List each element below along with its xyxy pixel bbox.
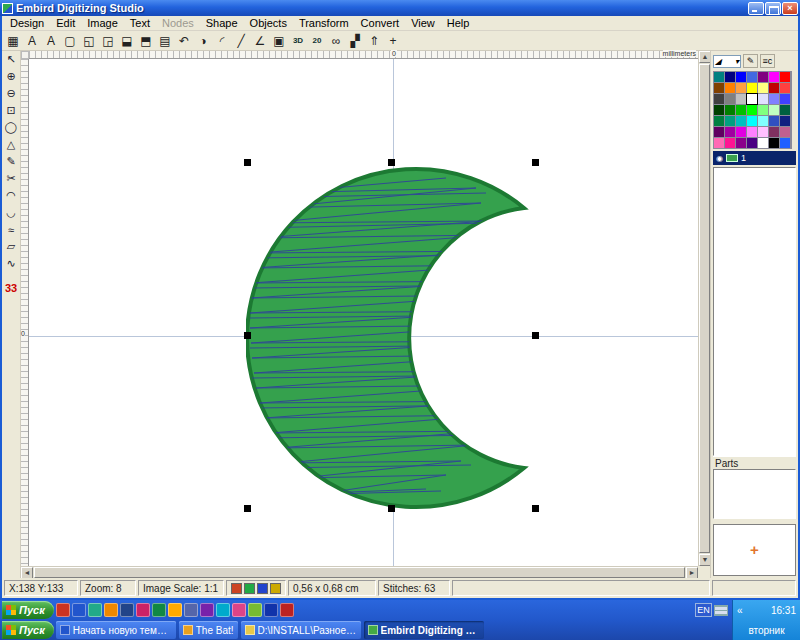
quick-launch-icon[interactable] — [184, 603, 198, 617]
palette-color[interactable] — [769, 127, 779, 137]
knife-tool[interactable]: ✂ — [3, 170, 20, 187]
keyboard-icon[interactable] — [714, 605, 728, 616]
palette-color[interactable] — [780, 116, 790, 126]
menu-item[interactable]: Convert — [355, 17, 406, 29]
menu-item[interactable]: Help — [441, 17, 476, 29]
palette-color[interactable] — [769, 94, 779, 104]
quick-launch-icon[interactable] — [56, 603, 70, 617]
selection-handle-n[interactable] — [388, 159, 395, 166]
palette-color[interactable] — [769, 116, 779, 126]
quick-launch-icon[interactable] — [72, 603, 86, 617]
view-3d-button[interactable]: 3D — [289, 32, 307, 49]
select-tool[interactable]: ↖ — [3, 51, 20, 68]
palette-color[interactable] — [714, 94, 724, 104]
palette-color[interactable] — [736, 105, 746, 115]
status-icon[interactable] — [257, 583, 268, 594]
center-cross-icon[interactable]: + — [384, 32, 402, 49]
task-button[interactable]: Embird Digitizing Stud... — [364, 621, 484, 639]
palette-color[interactable] — [747, 72, 757, 82]
quick-launch-icon[interactable] — [216, 603, 230, 617]
palette-color[interactable] — [780, 138, 790, 148]
curve-tool[interactable]: ∿ — [3, 255, 20, 272]
open-folder-icon[interactable]: ◱ — [80, 32, 98, 49]
design-canvas[interactable] — [29, 59, 698, 566]
palette-color[interactable] — [769, 72, 779, 82]
thread-pen-button[interactable]: ✎ — [743, 54, 758, 68]
clock-time[interactable]: 16:31 — [746, 605, 796, 616]
palette-color[interactable] — [758, 83, 768, 93]
palette-color[interactable] — [747, 94, 757, 104]
palette-color[interactable] — [758, 94, 768, 104]
arc-up-tool[interactable]: ◠ — [3, 187, 20, 204]
minimize-button[interactable] — [748, 2, 764, 15]
parts-list[interactable] — [713, 469, 796, 519]
palette-color[interactable] — [747, 83, 757, 93]
palette-color[interactable] — [736, 83, 746, 93]
palette-color[interactable] — [725, 94, 735, 104]
menu-item[interactable]: Text — [124, 17, 156, 29]
palette-color[interactable] — [714, 72, 724, 82]
menu-item[interactable]: Design — [4, 17, 50, 29]
quick-launch-icon[interactable] — [104, 603, 118, 617]
palette-color[interactable] — [736, 127, 746, 137]
status-icon[interactable] — [270, 583, 281, 594]
palette-color[interactable] — [736, 72, 746, 82]
grid-icon[interactable]: ▦ — [4, 32, 22, 49]
arc-down-tool[interactable]: ◡ — [3, 204, 20, 221]
palette-color[interactable] — [714, 83, 724, 93]
quick-launch-icon[interactable] — [264, 603, 278, 617]
node-edit-icon[interactable]: ▣ — [270, 32, 288, 49]
start-button[interactable]: Пуск — [2, 601, 54, 619]
selection-handle-ne[interactable] — [532, 159, 539, 166]
vertical-scrollbar[interactable]: ▲ ▼ — [698, 51, 710, 566]
menu-item[interactable]: View — [405, 17, 441, 29]
palette-color[interactable] — [747, 105, 757, 115]
selection-handle-se[interactable] — [532, 505, 539, 512]
palette-color[interactable] — [714, 116, 724, 126]
object-list[interactable] — [713, 167, 796, 456]
close-button[interactable]: × — [782, 2, 798, 15]
text-bold-icon[interactable]: A — [23, 32, 41, 49]
text-icon[interactable]: A — [42, 32, 60, 49]
palette-color[interactable] — [736, 94, 746, 104]
palette-color[interactable] — [769, 83, 779, 93]
palette-color[interactable] — [725, 105, 735, 115]
zoom-in-tool[interactable]: ⊕ — [3, 68, 20, 85]
wave-tool[interactable]: ≈ — [3, 221, 20, 238]
sewing-machine-icon[interactable]: ▞ — [346, 32, 364, 49]
status-icon[interactable] — [231, 583, 242, 594]
menu-item[interactable]: Nodes — [156, 17, 200, 29]
gradient-dropdown[interactable]: ◢ ▾ — [713, 55, 741, 68]
status-icon[interactable] — [244, 583, 255, 594]
polygon-tool[interactable]: △ — [3, 136, 20, 153]
selection-handle-s[interactable] — [388, 505, 395, 512]
quick-launch-icon[interactable] — [88, 603, 102, 617]
palette-color[interactable] — [714, 138, 724, 148]
menu-item[interactable]: Edit — [50, 17, 81, 29]
view-20-button[interactable]: 20 — [308, 32, 326, 49]
arc-tool-icon[interactable]: ◜ — [213, 32, 231, 49]
task-button[interactable]: Начать новую тему :: В... — [56, 621, 176, 639]
palette-color[interactable] — [714, 105, 724, 115]
palette-color[interactable] — [725, 83, 735, 93]
palette-color[interactable] — [780, 105, 790, 115]
palette-color[interactable] — [725, 138, 735, 148]
ellipse-tool[interactable]: ◯ — [3, 119, 20, 136]
palette-color[interactable] — [769, 105, 779, 115]
palette-color[interactable] — [780, 72, 790, 82]
quick-launch-icon[interactable] — [280, 603, 294, 617]
quick-launch-icon[interactable] — [232, 603, 246, 617]
palette-color[interactable] — [725, 127, 735, 137]
language-indicator[interactable]: EN — [695, 603, 712, 617]
horizontal-scroll-thumb[interactable] — [34, 567, 685, 578]
palette-color[interactable] — [758, 138, 768, 148]
glasses-icon[interactable]: ∞ — [327, 32, 345, 49]
title-bar[interactable]: Embird Digitizing Studio × — [0, 0, 800, 16]
quick-launch-icon[interactable] — [152, 603, 166, 617]
palette-color[interactable] — [769, 138, 779, 148]
task-button[interactable]: The Bat! — [179, 621, 238, 639]
menu-item[interactable]: Image — [81, 17, 124, 29]
palette-color[interactable] — [736, 138, 746, 148]
palette-color[interactable] — [714, 127, 724, 137]
export-icon[interactable]: ⬒ — [137, 32, 155, 49]
